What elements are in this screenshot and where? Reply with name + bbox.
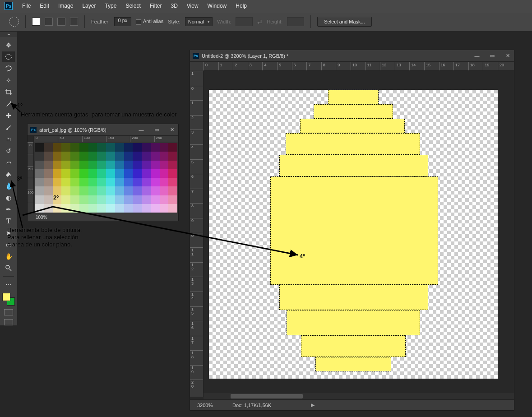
divider — [310, 15, 311, 28]
main-status-bar: 3200% Doc: 1,17K/1,56K ▶ — [190, 399, 514, 410]
selection-mode-intersect-icon[interactable] — [70, 18, 78, 26]
palette-canvas[interactable] — [34, 142, 178, 213]
main-title: Untitled-2 @ 3200% (Layer 1, RGB/8) * — [202, 53, 468, 59]
horizontal-scrollbar[interactable] — [204, 393, 514, 399]
menu-image[interactable]: Image — [54, 1, 77, 11]
palette-ruler-horizontal: 050 100150 200250 — [34, 136, 178, 142]
palette-status-bar: 100% — [28, 213, 178, 221]
menu-layer[interactable]: Layer — [78, 1, 100, 11]
main-document-window[interactable]: Ps Untitled-2 @ 3200% (Layer 1, RGB/8) *… — [190, 50, 514, 411]
menu-filter[interactable]: Filter — [146, 1, 166, 11]
options-bar: Feather: 0 px Anti-alias Style: Normal W… — [0, 12, 532, 32]
selection-mode-add-icon[interactable] — [45, 18, 53, 26]
menu-select[interactable]: Select — [121, 1, 144, 11]
zoom-tool-icon[interactable] — [2, 263, 15, 273]
ruler-horizontal: 01234567891011121314151617181920 — [204, 62, 514, 71]
healing-brush-tool-icon[interactable]: ✚ — [2, 110, 15, 121]
hand-tool-icon[interactable]: ✋ — [2, 251, 15, 262]
selection-mode-new-icon[interactable] — [32, 18, 40, 26]
menu-window[interactable]: Window — [204, 1, 231, 11]
app-logo-icon: Ps — [5, 2, 13, 10]
brush-tool-icon[interactable] — [2, 122, 15, 133]
feather-input[interactable]: 0 px — [114, 17, 131, 26]
palette-document-window[interactable]: Ps atari_pal.jpg @ 100% (RGB/8) — ▭ ✕ 05… — [27, 124, 179, 221]
paint-bucket-tool-icon[interactable] — [2, 169, 15, 180]
svg-point-0 — [6, 265, 9, 269]
close-button[interactable]: ✕ — [166, 125, 178, 134]
zoom-value[interactable]: 3200% — [197, 403, 220, 408]
menu-3d[interactable]: 3D — [167, 1, 181, 11]
divider — [25, 15, 26, 28]
main-canvas-area[interactable]: 01234567891011121314151617181920 1012345… — [190, 62, 514, 410]
path-selection-tool-icon[interactable]: ➤ — [2, 227, 15, 238]
palette-zoom: 100% — [36, 215, 47, 220]
toolbar: ✥ ✧ ✚ ⏍ ↺ ▱ 💧 ◐ ✒ T ➤ ▭ ✋ ⋯ — [0, 37, 17, 325]
screen-mode-icon[interactable] — [4, 319, 13, 325]
status-menu-icon[interactable]: ▶ — [311, 402, 315, 408]
antialias-label: Anti-alias — [143, 19, 163, 24]
close-button[interactable]: ✕ — [501, 51, 514, 60]
marquee-tool-icon[interactable] — [2, 51, 15, 62]
stamp-tool-icon[interactable]: ⏍ — [2, 134, 15, 144]
swap-dimensions-icon: ⇄ — [257, 19, 262, 25]
marquee-tool-icon[interactable] — [9, 17, 19, 27]
toolbar-separator — [3, 276, 14, 277]
annotation-1-text: Herramienta cuenta gotas, para tomar una… — [21, 111, 176, 118]
eyedropper-tool-icon[interactable] — [2, 98, 15, 109]
height-input — [287, 17, 304, 26]
ruler-corner — [190, 62, 204, 71]
shape-tool-icon[interactable]: ▭ — [2, 239, 15, 250]
eraser-tool-icon[interactable]: ▱ — [2, 157, 15, 168]
menu-edit[interactable]: Edit — [36, 1, 53, 11]
doc-size: Doc: 1,17K/1,56K — [232, 403, 271, 408]
blur-tool-icon[interactable]: 💧 — [2, 181, 15, 191]
crop-tool-icon[interactable] — [2, 87, 15, 97]
menu-type[interactable]: Type — [101, 1, 120, 11]
annotation-1-number: 1º — [17, 102, 23, 109]
maximize-button[interactable]: ▭ — [486, 51, 499, 60]
magic-wand-tool-icon[interactable]: ✧ — [2, 75, 15, 86]
height-label: Height: — [267, 19, 282, 24]
lasso-tool-icon[interactable] — [2, 63, 15, 74]
toolbar-collapse-handle[interactable] — [0, 32, 17, 37]
palette-ruler-vertical: 0 50 100 — [28, 142, 34, 213]
annotation-3-number: 3º — [17, 175, 22, 182]
color-swatches[interactable] — [2, 293, 15, 306]
antialias-checkbox[interactable]: Anti-alias — [136, 19, 163, 24]
type-tool-icon[interactable]: T — [2, 216, 15, 227]
style-dropdown[interactable]: Normal — [185, 17, 213, 26]
edit-toolbar-icon[interactable]: ⋯ — [2, 279, 15, 290]
width-label: Width: — [217, 19, 231, 24]
quick-mask-icon[interactable] — [4, 309, 13, 315]
doc-icon: Ps — [193, 53, 199, 59]
selection-mode-subtract-icon[interactable] — [57, 18, 65, 26]
menu-file[interactable]: File — [18, 1, 35, 11]
scrollbar-thumb[interactable] — [231, 394, 303, 398]
divider — [84, 15, 85, 28]
palette-title: atari_pal.jpg @ 100% (RGB/8) — [39, 127, 132, 133]
main-titlebar[interactable]: Ps Untitled-2 @ 3200% (Layer 1, RGB/8) *… — [190, 50, 514, 62]
ruler-vertical: 10123456789011121314151617181920 — [190, 71, 204, 397]
width-input — [236, 17, 253, 26]
dodge-tool-icon[interactable]: ◐ — [2, 192, 15, 203]
minimize-button[interactable]: — — [135, 125, 148, 134]
foreground-color-swatch[interactable] — [2, 293, 10, 301]
style-label: Style: — [168, 19, 180, 24]
canvas[interactable] — [204, 71, 514, 397]
palette-titlebar[interactable]: Ps atari_pal.jpg @ 100% (RGB/8) — ▭ ✕ — [28, 124, 178, 136]
feather-label: Feather: — [91, 19, 110, 24]
menu-view[interactable]: View — [183, 1, 203, 11]
move-tool-icon[interactable]: ✥ — [2, 40, 15, 51]
palette-canvas-area[interactable]: 050 100150 200250 0 50 100 100% — [28, 136, 178, 221]
maximize-button[interactable]: ▭ — [150, 125, 163, 134]
minimize-button[interactable]: — — [471, 51, 483, 60]
menu-help[interactable]: Help — [231, 1, 251, 11]
select-and-mask-button[interactable]: Select and Mask... — [317, 17, 372, 27]
menu-bar: Ps File Edit Image Layer Type Select Fil… — [0, 0, 532, 12]
history-brush-tool-icon[interactable]: ↺ — [2, 145, 15, 156]
doc-icon: Ps — [30, 127, 37, 133]
annotation-3-text: Herramienta bote de pintura: Para rellen… — [7, 227, 82, 248]
pen-tool-icon[interactable]: ✒ — [2, 204, 15, 215]
